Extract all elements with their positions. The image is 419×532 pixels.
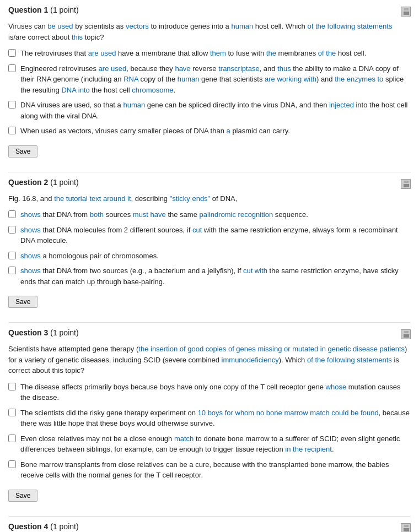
- question-label-4: Question 4: [8, 522, 48, 531]
- answer-option-2-2: shows that DNA molecules from 2 differen…: [8, 225, 411, 246]
- question-intro-2: Fig. 16.8, and the tutorial text around …: [8, 193, 411, 204]
- question-label-3: Question 3: [8, 328, 48, 337]
- question-label-2: Question 2: [8, 178, 48, 187]
- page-container: Question 1 (1 point) Viruses can be used…: [0, 0, 419, 532]
- answer-text-1-4: When used as vectors, viruses carry smal…: [20, 126, 290, 137]
- answer-option-1-1: The retroviruses that are used have a me…: [8, 48, 411, 59]
- answer-option-3-1: The disease affects primarily boys becau…: [8, 382, 411, 403]
- save-button-3[interactable]: Save: [8, 490, 37, 502]
- checkbox-3-3[interactable]: [8, 435, 16, 442]
- question-title-1: Question 1 (1 point): [8, 6, 79, 14]
- checkbox-3-2[interactable]: [8, 409, 16, 416]
- checkbox-1-2[interactable]: [8, 64, 16, 72]
- question-label-1: Question 1: [8, 6, 48, 14]
- question-title-4: Question 4 (1 point): [8, 522, 79, 531]
- question-points-3: (1 point): [50, 328, 78, 337]
- save-button-2[interactable]: Save: [8, 296, 37, 308]
- checkbox-1-1[interactable]: [8, 49, 16, 57]
- answer-option-3-4: Bone marrow transplants from close relat…: [8, 459, 411, 481]
- save-icon-2[interactable]: [401, 179, 411, 189]
- answer-text-1-2: Engineered retroviruses are used, becaus…: [20, 63, 411, 96]
- question-block-4: Question 4 (1 point) In the introduction…: [8, 522, 411, 533]
- answer-text-2-1: shows that DNA from both sources must ha…: [20, 209, 308, 220]
- answer-option-2-1: shows that DNA from both sources must ha…: [8, 209, 411, 220]
- save-icon-1[interactable]: [401, 7, 411, 17]
- question-block-3: Question 3 (1 point) Scientists have att…: [8, 328, 411, 506]
- checkbox-3-1[interactable]: [8, 383, 16, 390]
- question-intro-1: Viruses can be used by scientists as vec…: [8, 21, 411, 42]
- answer-option-1-2: Engineered retroviruses are used, becaus…: [8, 63, 411, 96]
- checkbox-1-3[interactable]: [8, 101, 16, 108]
- question-intro-3: Scientists have attempted gene therapy (…: [8, 344, 411, 376]
- answer-text-3-4: Bone marrow transplants from close relat…: [20, 459, 411, 481]
- answer-option-1-4: When used as vectors, viruses carry smal…: [8, 126, 411, 137]
- save-icon-3[interactable]: [401, 329, 411, 339]
- answer-text-3-1: The disease affects primarily boys becau…: [20, 382, 411, 403]
- question-points-1: (1 point): [50, 6, 78, 14]
- question-header-4: Question 4 (1 point): [8, 522, 411, 533]
- answer-option-3-2: The scientists did the risky gene therap…: [8, 408, 411, 429]
- question-header-2: Question 2 (1 point): [8, 178, 411, 189]
- answer-text-2-3: shows a homologous pair of chromosomes.: [20, 251, 159, 262]
- save-button-1[interactable]: Save: [8, 145, 37, 158]
- answer-text-1-1: The retroviruses that are used have a me…: [20, 48, 366, 59]
- question-block-1: Question 1 (1 point) Viruses can be used…: [8, 6, 411, 162]
- checkbox-2-4[interactable]: [8, 267, 16, 274]
- answer-text-2-4: shows that DNA from two sources (e.g., a…: [20, 265, 411, 287]
- question-header-3: Question 3 (1 point): [8, 328, 411, 339]
- answer-option-3-3: Even close relatives may not be a close …: [8, 433, 411, 455]
- answer-option-1-3: DNA viruses are used, so that a human ge…: [8, 100, 411, 121]
- answer-text-2-2: shows that DNA molecules from 2 differen…: [20, 225, 411, 246]
- save-icon-4[interactable]: [401, 523, 411, 533]
- answer-text-3-2: The scientists did the risky gene therap…: [20, 408, 411, 429]
- checkbox-2-3[interactable]: [8, 252, 16, 259]
- answer-text-1-3: DNA viruses are used, so that a human ge…: [20, 100, 411, 121]
- answer-text-3-3: Even close relatives may not be a close …: [20, 433, 411, 455]
- answer-option-2-3: shows a homologous pair of chromosomes.: [8, 251, 411, 262]
- question-points-2: (1 point): [50, 178, 78, 187]
- checkbox-3-4[interactable]: [8, 460, 16, 468]
- checkbox-1-4[interactable]: [8, 127, 16, 134]
- question-block-2: Question 2 (1 point) Fig. 16.8, and the …: [8, 178, 411, 313]
- question-title-3: Question 3 (1 point): [8, 328, 79, 337]
- checkbox-2-1[interactable]: [8, 210, 16, 218]
- question-points-4: (1 point): [50, 522, 78, 531]
- question-header-1: Question 1 (1 point): [8, 6, 411, 17]
- answer-option-2-4: shows that DNA from two sources (e.g., a…: [8, 265, 411, 287]
- question-title-2: Question 2 (1 point): [8, 178, 79, 187]
- checkbox-2-2[interactable]: [8, 226, 16, 234]
